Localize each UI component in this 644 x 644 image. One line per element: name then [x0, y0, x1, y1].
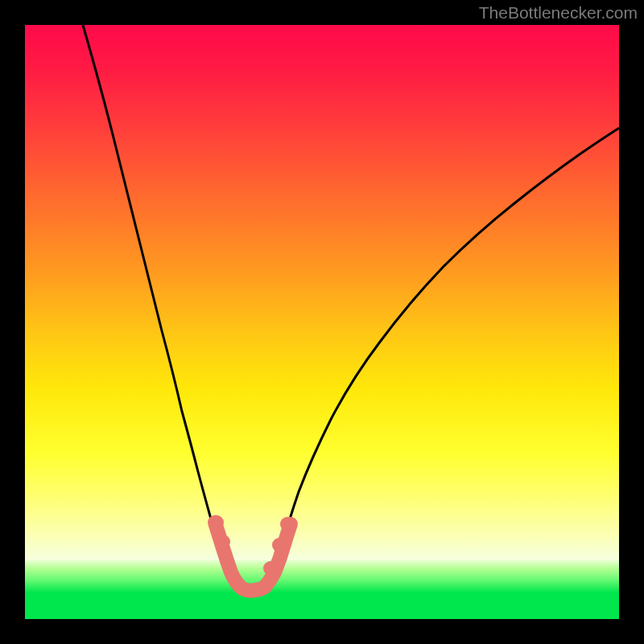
valley-overlay: [215, 522, 291, 591]
curves-layer: [25, 25, 619, 619]
marker-dot: [272, 538, 287, 552]
right-branch-curve: [275, 128, 619, 572]
marker-dot: [209, 515, 224, 530]
marker-dot: [280, 517, 295, 531]
left-branch-curve: [83, 25, 228, 572]
plot-area: [25, 25, 619, 619]
marker-dot: [263, 561, 278, 576]
marker-dot: [216, 535, 230, 549]
chart-frame: TheBottlenecker.com: [0, 0, 644, 644]
watermark-text: TheBottlenecker.com: [479, 3, 638, 23]
